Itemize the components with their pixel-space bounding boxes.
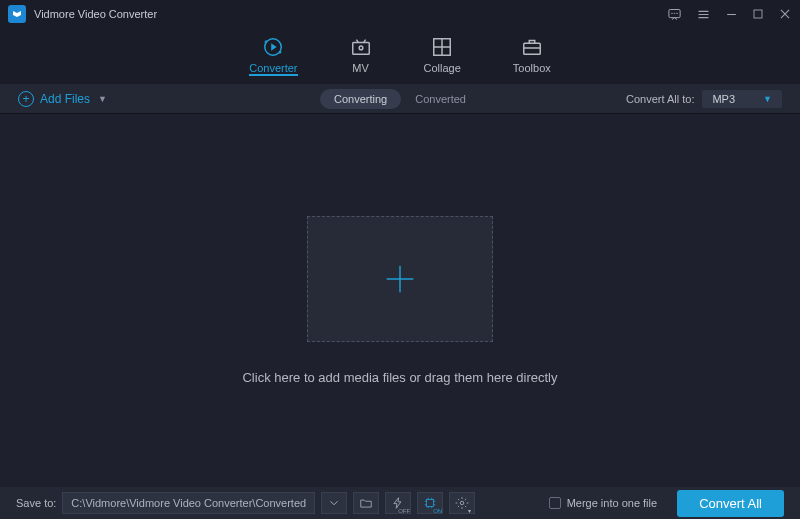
svg-rect-4 xyxy=(754,10,762,18)
high-speed-button[interactable]: OFF xyxy=(385,492,411,514)
merge-checkbox[interactable]: Merge into one file xyxy=(549,497,658,509)
tab-collage-label: Collage xyxy=(424,62,461,74)
save-path-text: C:\Vidmore\Vidmore Video Converter\Conve… xyxy=(71,497,306,509)
minimize-button[interactable] xyxy=(725,8,738,21)
svg-point-11 xyxy=(460,501,464,505)
bottombar: Save to: C:\Vidmore\Vidmore Video Conver… xyxy=(0,487,800,519)
tab-collage[interactable]: Collage xyxy=(424,36,461,76)
convert-all-button[interactable]: Convert All xyxy=(677,490,784,517)
svg-rect-10 xyxy=(427,500,434,507)
save-path-box[interactable]: C:\Vidmore\Vidmore Video Converter\Conve… xyxy=(62,492,315,514)
chevron-down-icon: ▼ xyxy=(763,94,772,104)
svg-rect-9 xyxy=(524,43,541,54)
add-files-button[interactable]: + Add Files ▼ xyxy=(18,91,107,107)
plus-icon xyxy=(381,260,419,298)
format-dropdown[interactable]: MP3 ▼ xyxy=(702,90,782,108)
save-to-label: Save to: xyxy=(16,497,56,509)
tab-converter[interactable]: Converter xyxy=(249,36,297,76)
app-title: Vidmore Video Converter xyxy=(34,8,667,20)
merge-label: Merge into one file xyxy=(567,497,658,509)
dropzone[interactable] xyxy=(307,216,493,342)
svg-point-7 xyxy=(359,46,363,50)
plus-circle-icon: + xyxy=(18,91,34,107)
titlebar: Vidmore Video Converter xyxy=(0,0,800,28)
add-files-label: Add Files xyxy=(40,92,90,106)
svg-point-2 xyxy=(674,12,675,13)
dropzone-hint: Click here to add media files or drag th… xyxy=(242,370,557,385)
tab-mv-label: MV xyxy=(352,62,369,74)
tab-converted[interactable]: Converted xyxy=(401,89,480,109)
svg-point-3 xyxy=(677,12,678,13)
feedback-icon[interactable] xyxy=(667,7,682,22)
chevron-down-icon[interactable]: ▼ xyxy=(98,94,107,104)
gpu-accel-button[interactable]: ON xyxy=(417,492,443,514)
tab-toolbox[interactable]: Toolbox xyxy=(513,36,551,76)
svg-point-1 xyxy=(672,12,673,13)
settings-button[interactable]: ▾ xyxy=(449,492,475,514)
app-logo xyxy=(8,5,26,23)
format-value: MP3 xyxy=(712,93,735,105)
main-nav: Converter MV Collage Toolbox xyxy=(0,28,800,84)
menu-icon[interactable] xyxy=(696,7,711,22)
tab-converting[interactable]: Converting xyxy=(320,89,401,109)
tab-mv[interactable]: MV xyxy=(350,36,372,76)
open-folder-button[interactable] xyxy=(353,492,379,514)
convert-all-to-label: Convert All to: xyxy=(626,93,694,105)
tab-toolbox-label: Toolbox xyxy=(513,62,551,74)
maximize-button[interactable] xyxy=(752,8,764,20)
checkbox-icon xyxy=(549,497,561,509)
close-button[interactable] xyxy=(778,7,792,21)
tab-converter-label: Converter xyxy=(249,62,297,74)
svg-rect-6 xyxy=(352,42,369,54)
content-area: Click here to add media files or drag th… xyxy=(0,114,800,487)
path-dropdown-button[interactable] xyxy=(321,492,347,514)
toolbar: + Add Files ▼ Converting Converted Conve… xyxy=(0,84,800,114)
